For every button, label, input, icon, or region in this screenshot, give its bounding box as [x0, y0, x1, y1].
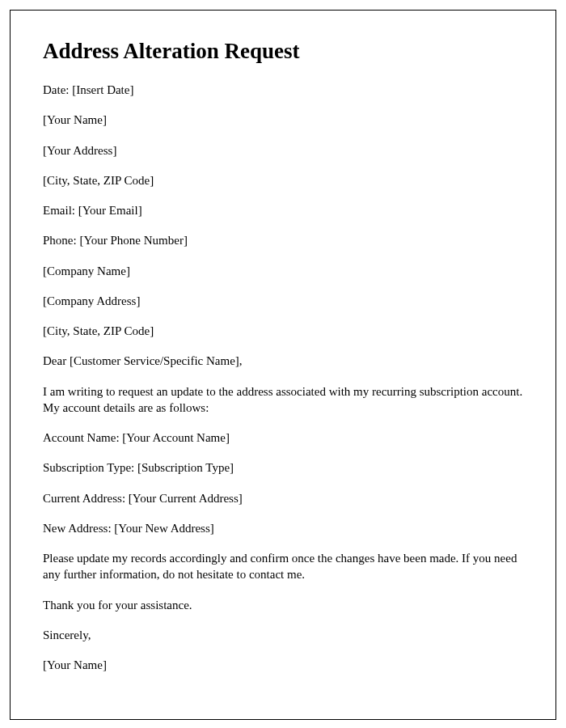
date-line: Date: [Insert Date]: [43, 82, 523, 98]
sender-city-state-zip: [City, State, ZIP Code]: [43, 172, 523, 188]
company-city-state-zip: [City, State, ZIP Code]: [43, 323, 523, 339]
sender-phone: Phone: [Your Phone Number]: [43, 232, 523, 248]
company-address: [Company Address]: [43, 293, 523, 309]
current-address-line: Current Address: [Your Current Address]: [43, 490, 523, 506]
request-paragraph: Please update my records accordingly and…: [43, 550, 523, 583]
closing-line: Sincerely,: [43, 627, 523, 643]
document-container: Address Alteration Request Date: [Insert…: [10, 10, 556, 720]
new-address-line: New Address: [Your New Address]: [43, 520, 523, 536]
subscription-type-line: Subscription Type: [Subscription Type]: [43, 459, 523, 476]
salutation: Dear [Customer Service/Specific Name],: [43, 353, 523, 369]
company-name: [Company Name]: [43, 263, 523, 279]
document-title: Address Alteration Request: [43, 39, 523, 64]
sender-address: [Your Address]: [43, 142, 523, 159]
sender-name: [Your Name]: [43, 112, 523, 128]
signature-line: [Your Name]: [43, 657, 523, 673]
thanks-line: Thank you for your assistance.: [43, 597, 523, 613]
intro-paragraph: I am writing to request an update to the…: [43, 383, 523, 417]
account-name-line: Account Name: [Your Account Name]: [43, 430, 523, 446]
sender-email: Email: [Your Email]: [43, 202, 523, 218]
